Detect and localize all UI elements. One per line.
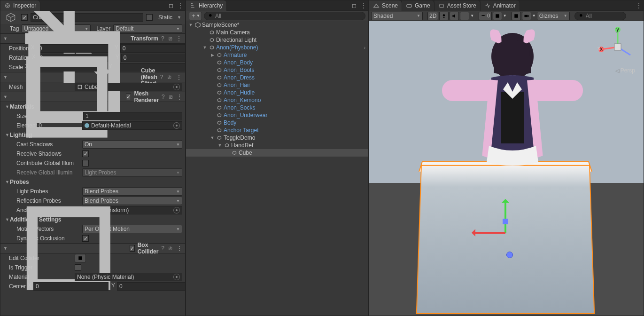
preset-icon[interactable]: ⎚: [168, 92, 174, 102]
object-picker-icon[interactable]: [173, 274, 180, 280]
hierarchy-node[interactable]: Body: [186, 119, 368, 126]
audio-toggle[interactable]: [450, 12, 459, 20]
hierarchy-node[interactable]: Anon_Boots: [186, 66, 368, 74]
gizmo-x-axis[interactable]: [473, 232, 505, 234]
node-label: Anon_Underwear: [224, 112, 267, 118]
contribute-gi-checkbox[interactable]: [82, 160, 89, 166]
inspector-tab[interactable]: Inspector: [0, 0, 40, 11]
character-avatar[interactable]: [430, 21, 595, 176]
hierarchy-node[interactable]: Anon_Kemono: [186, 96, 368, 104]
component-menu-icon[interactable]: ⋮: [176, 244, 182, 253]
gizmo-pivot[interactable]: [506, 252, 513, 258]
shading-dropdown[interactable]: Shaded▼: [371, 12, 423, 20]
tab-scene[interactable]: Scene: [369, 0, 402, 11]
fx-toggle[interactable]: [460, 12, 469, 20]
component-menu-icon[interactable]: ⋮: [176, 72, 182, 82]
center-x-input[interactable]: [33, 282, 109, 291]
lighting-toggle[interactable]: [439, 12, 449, 20]
component-menu-icon[interactable]: ⋮: [176, 92, 182, 102]
hierarchy-menu-icon[interactable]: ⋮: [359, 1, 368, 10]
static-dropdown-icon[interactable]: ▼: [176, 15, 182, 20]
fold-icon[interactable]: ▼: [202, 45, 208, 50]
scene-menu-icon[interactable]: ⋮: [634, 1, 644, 10]
gameobject-icon: [216, 112, 223, 118]
hierarchy-node[interactable]: ▶Armature: [186, 51, 368, 59]
boxcollider-enable-checkbox[interactable]: [130, 245, 135, 252]
2d-toggle[interactable]: 2D: [427, 12, 438, 20]
node-label: Anon_Boots: [224, 67, 254, 73]
hierarchy-node[interactable]: ▼Anon(Physbone)›: [186, 44, 368, 51]
materials-size-input[interactable]: [83, 112, 182, 120]
gameobject-icon: [216, 74, 223, 81]
help-icon[interactable]: ?: [160, 74, 163, 80]
prefab-open-icon[interactable]: ›: [364, 45, 365, 50]
grid-toggle[interactable]: [493, 12, 502, 20]
is-trigger-checkbox[interactable]: [75, 264, 81, 271]
selected-cube-mesh[interactable]: [416, 165, 595, 314]
scene-root-node[interactable]: ▼ SampleScene*: [186, 21, 368, 29]
help-icon[interactable]: ?: [161, 35, 164, 42]
node-label: Armature: [224, 52, 247, 58]
cast-shadows-dropdown[interactable]: On▼: [82, 140, 182, 149]
scene-search-input[interactable]: All: [574, 12, 626, 20]
fold-icon[interactable]: ▶: [209, 53, 215, 57]
object-picker-icon[interactable]: [173, 84, 180, 90]
camera-settings-button[interactable]: [522, 12, 531, 20]
scene-viewport[interactable]: y x x ◁ Persp: [369, 21, 644, 316]
hierarchy-node[interactable]: Anon_Body: [186, 59, 368, 66]
orientation-gizmo[interactable]: y x x: [597, 26, 639, 68]
help-icon[interactable]: ?: [162, 94, 165, 100]
scene-icon: [373, 2, 380, 9]
center-y-input[interactable]: [117, 282, 185, 291]
hierarchy-node[interactable]: Directional Light: [186, 36, 368, 44]
material-element0-field[interactable]: Default-Material: [82, 121, 182, 130]
hierarchy-node[interactable]: Anon_Socks: [186, 104, 368, 111]
hierarchy-node[interactable]: Anchor Target: [186, 126, 368, 134]
edit-collider-button[interactable]: [75, 254, 86, 262]
preset-icon[interactable]: ⎚: [167, 244, 173, 253]
hierarchy-node[interactable]: ▼HandRef: [186, 142, 368, 149]
object-picker-icon[interactable]: [173, 122, 180, 129]
tool-settings-button[interactable]: [512, 12, 521, 20]
persp-label[interactable]: ◁ Persp: [615, 67, 635, 74]
tab-game[interactable]: Game: [402, 0, 435, 11]
svg-rect-26: [614, 44, 621, 50]
svg-rect-8: [407, 4, 412, 7]
hierarchy-node[interactable]: Anon_Hair: [186, 81, 368, 89]
help-icon[interactable]: ?: [161, 245, 164, 252]
tab-animator[interactable]: Animator: [481, 0, 520, 11]
physic-material-field[interactable]: None (Physic Material): [75, 273, 182, 281]
boxcollider-component-header[interactable]: ▼ Box Collider ? ⎚ ⋮: [0, 243, 185, 253]
inspector-panel: Inspector ◻ ⋮ Static ▼ Tag Untagged▼: [0, 0, 186, 316]
tool-icon: [513, 13, 519, 19]
object-picker-icon[interactable]: [173, 207, 180, 213]
svg-point-7: [209, 14, 212, 17]
hierarchy-lock-icon[interactable]: ◻: [349, 1, 359, 10]
tab-assetstore[interactable]: Asset Store: [435, 0, 481, 11]
meshrenderer-component-header[interactable]: ▼ Mesh Renderer ? ⎚ ⋮: [0, 92, 185, 102]
hidden-toggle[interactable]: 0: [479, 12, 492, 20]
preset-icon[interactable]: ⎚: [167, 34, 173, 43]
create-button[interactable]: ＋▼: [189, 12, 202, 20]
fold-icon[interactable]: ▼: [209, 135, 215, 140]
meshrenderer-enable-checkbox[interactable]: [126, 94, 131, 100]
inspector-lock-icon[interactable]: ◻: [166, 1, 176, 10]
static-checkbox[interactable]: [146, 14, 153, 21]
inspector-menu-icon[interactable]: ⋮: [176, 1, 185, 10]
fold-icon[interactable]: ▼: [217, 143, 223, 148]
hierarchy-node[interactable]: ▼ToggleDemo: [186, 134, 368, 142]
gizmo-z-plane[interactable]: [503, 219, 508, 224]
component-menu-icon[interactable]: ⋮: [176, 34, 182, 43]
hierarchy-node[interactable]: Anon_Dress: [186, 74, 368, 81]
gizmos-dropdown[interactable]: Gizmos▼: [537, 12, 570, 20]
gameobject-icon: [216, 89, 223, 96]
gizmo-y-axis[interactable]: [504, 200, 506, 233]
hierarchy-node[interactable]: Anon_Underwear: [186, 111, 368, 119]
hierarchy-node[interactable]: Main Camera: [186, 29, 368, 36]
receive-shadows-checkbox[interactable]: [82, 150, 89, 157]
hierarchy-node[interactable]: Cube: [186, 149, 368, 157]
preset-icon[interactable]: ⎚: [166, 72, 172, 82]
hierarchy-node[interactable]: Anon_Hudie: [186, 89, 368, 96]
hierarchy-search-input[interactable]: All: [204, 12, 365, 20]
hierarchy-tab[interactable]: Hierarchy: [186, 0, 227, 11]
